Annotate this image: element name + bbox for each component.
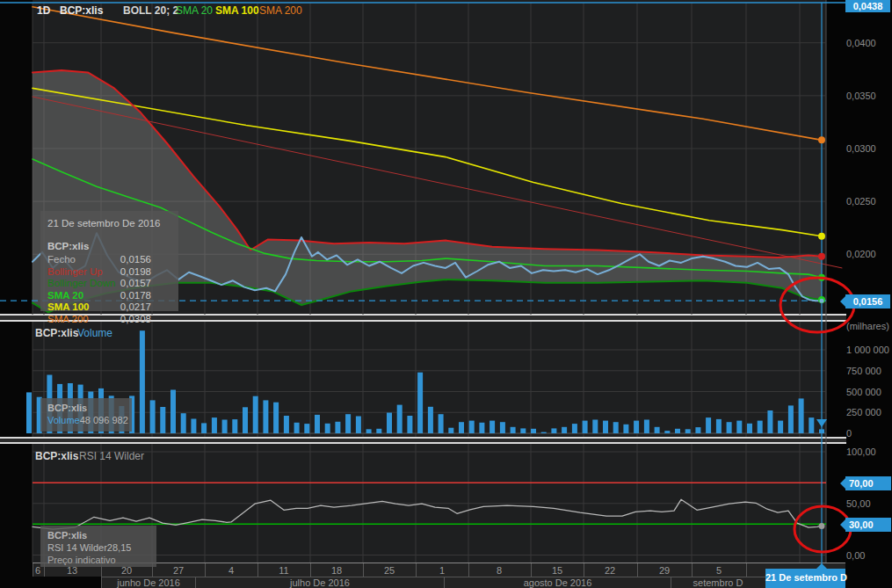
price-panel-legend: 1D BCP:xlis BOLL 20; 2 SMA 20 SMA 100 SM… bbox=[0, 4, 369, 17]
volume-axis-tick: 1 000 000 bbox=[846, 345, 889, 355]
rsi-tooltip-label: RSI 14 Wilder bbox=[47, 542, 107, 553]
tooltip-row: SMA 1000,0217 bbox=[40, 302, 178, 313]
price-axis-tick: 0,0200 bbox=[846, 249, 876, 259]
tooltip-row: Fecho0,0156 bbox=[40, 255, 178, 265]
volume-axis-unit: (milhares) bbox=[846, 321, 889, 331]
price-tooltip: 21 De setembro De 2016 BCP:xlis Fecho0,0… bbox=[40, 211, 178, 311]
volume-panel-legend: BCP:xlis Volume bbox=[0, 327, 176, 339]
rsi-axis-tick: 100,00 bbox=[846, 446, 876, 457]
crosshair-date-badge: 21 De setembro D bbox=[765, 569, 845, 588]
volume-axis-tick: 250 000 bbox=[846, 407, 881, 417]
rsi-tooltip: BCP:xlis RSI 14 Wilder28,15 Preço indica… bbox=[40, 526, 156, 567]
price-axis-tick: 0,0300 bbox=[846, 143, 876, 154]
price-upper-level-badge: 0,0438 bbox=[845, 0, 890, 12]
rsi-70-badge: 70,00 bbox=[845, 476, 891, 490]
volume-axis-tick: 750 000 bbox=[846, 366, 881, 376]
rsi-panel-legend: BCP:xlis RSI 14 Wilder bbox=[0, 450, 193, 462]
rsi-tooltip-symbol: BCP:xlis bbox=[40, 526, 156, 541]
tooltip-row-label: SMA 200 bbox=[47, 315, 116, 325]
tooltip-date: 21 De setembro De 2016 bbox=[40, 211, 178, 229]
trading-chart-window: 61320274111825181522295 junho De 2016jul… bbox=[0, 0, 892, 588]
price-axis-tick: 0,0350 bbox=[846, 91, 876, 101]
last-price-badge: 0,0156 bbox=[845, 294, 890, 309]
tooltip-row-label: Fecho bbox=[47, 255, 116, 265]
tooltip-row: SMA 2000,0308 bbox=[40, 315, 178, 325]
volume-axis-tick: 0 bbox=[846, 428, 852, 439]
price-axis-tick: 0,0400 bbox=[846, 38, 876, 48]
rsi-title-label[interactable]: RSI 14 Wilder bbox=[79, 450, 144, 462]
tooltip-row-label: Bollinger Up bbox=[47, 267, 116, 278]
indicator-sma200-label[interactable]: SMA 200 bbox=[259, 4, 302, 17]
tooltip-row: Bollinger Down0,0157 bbox=[40, 279, 178, 289]
tooltip-row-value: 0,0156 bbox=[116, 255, 151, 265]
volume-tooltip-value: 48 096 982 bbox=[80, 415, 128, 425]
tooltip-row-value: 0,0217 bbox=[116, 302, 151, 313]
rsi-axis-tick: 50,00 bbox=[846, 498, 871, 509]
rsi-symbol-label: BCP:xlis bbox=[35, 450, 78, 462]
indicator-boll-label[interactable]: BOLL 20; 2 bbox=[123, 4, 178, 17]
timeframe-selector[interactable]: 1D bbox=[37, 4, 50, 17]
price-axis-tick: 0,0250 bbox=[846, 196, 876, 207]
tooltip-row: SMA 200,0178 bbox=[40, 291, 178, 301]
volume-tooltip-label: Volume bbox=[47, 415, 80, 425]
symbol-label: BCP:xlis bbox=[60, 4, 103, 17]
volume-symbol-label: BCP:xlis bbox=[35, 327, 78, 339]
volume-title-label[interactable]: Volume bbox=[77, 327, 112, 339]
tooltip-row-label: SMA 20 bbox=[47, 291, 116, 301]
tooltip-row-value: 0,0157 bbox=[116, 279, 151, 289]
rsi-tooltip-value: 28,15 bbox=[107, 542, 132, 553]
volume-tooltip: BCP:xlis Volume48 096 982 bbox=[40, 398, 132, 432]
tooltip-row-label: SMA 100 bbox=[47, 302, 116, 313]
tooltip-rows: Fecho0,0156Bollinger Up0,0198Bollinger D… bbox=[40, 255, 178, 324]
tooltip-row-label: Bollinger Down bbox=[47, 279, 116, 289]
rsi-axis-tick: 0,00 bbox=[846, 550, 865, 561]
rsi-tooltip-footer: Preço indicativo bbox=[40, 553, 156, 565]
indicator-sma20-label[interactable]: SMA 20 bbox=[176, 4, 213, 17]
tooltip-symbol: BCP:xlis bbox=[40, 229, 178, 253]
rsi-30-badge: 30,00 bbox=[845, 518, 891, 532]
indicator-sma100-label[interactable]: SMA 100 bbox=[215, 4, 259, 17]
volume-tooltip-symbol: BCP:xlis bbox=[40, 398, 132, 413]
tooltip-row-value: 0,0198 bbox=[116, 267, 151, 278]
volume-axis-tick: 500 000 bbox=[846, 387, 881, 397]
tooltip-row-value: 0,0178 bbox=[116, 291, 151, 301]
tooltip-row: Bollinger Up0,0198 bbox=[40, 267, 178, 278]
tooltip-row-value: 0,0308 bbox=[116, 315, 151, 325]
